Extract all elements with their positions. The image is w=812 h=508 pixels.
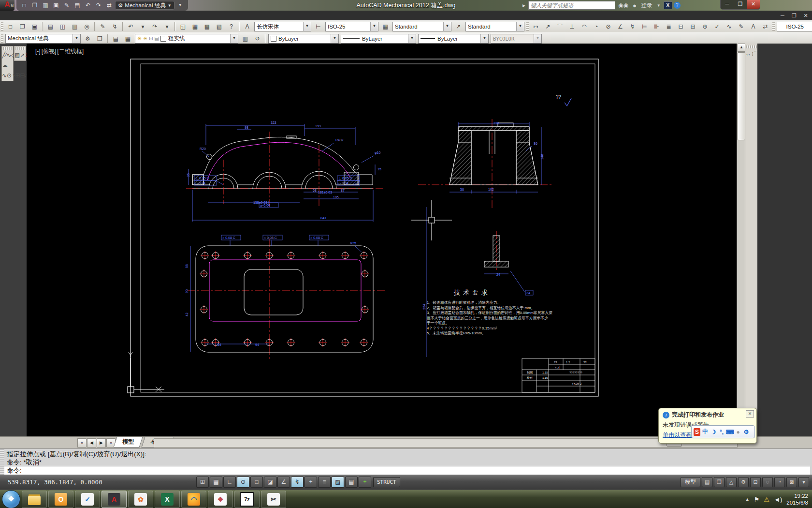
- modify-move-icon[interactable]: ↗: [20, 52, 25, 59]
- new-icon[interactable]: □: [5, 21, 16, 32]
- dim-break-icon[interactable]: ⊟: [675, 21, 686, 32]
- qnew-icon[interactable]: □: [19, 1, 29, 10]
- drawing-canvas[interactable]: 32398199R437R2035φ10156887105158±0.03181…: [27, 44, 737, 436]
- dim-textedit-icon[interactable]: A: [748, 21, 759, 32]
- dim-style-combo-right[interactable]: ISO-25▼: [777, 22, 812, 31]
- dyninput-toggle[interactable]: +: [304, 477, 317, 488]
- palette-icon[interactable]: ▧: [214, 21, 225, 32]
- dim-tolerance-icon[interactable]: ⊞: [687, 21, 698, 32]
- grid-toggle[interactable]: ▦: [210, 477, 222, 488]
- open-icon[interactable]: ❐: [17, 21, 28, 32]
- draw-polyline-icon[interactable]: ∿: [6, 52, 11, 59]
- taskbar-imageviewer[interactable]: ✿: [128, 491, 153, 508]
- vp-minus[interactable]: [-]: [35, 48, 41, 55]
- help-icon[interactable]: ?: [674, 2, 681, 9]
- osnap-toggle[interactable]: □: [250, 477, 263, 488]
- open-icon[interactable]: ❐: [30, 1, 40, 10]
- chevron-down-icon[interactable]: ▼: [655, 3, 662, 8]
- lineweight-toggle[interactable]: ≡: [318, 477, 331, 488]
- make-layer-current-icon[interactable]: ▥: [240, 33, 251, 44]
- action-center-icon[interactable]: ⚑: [754, 496, 760, 503]
- performance-icon[interactable]: ◔: [774, 477, 785, 487]
- taskbar-clock[interactable]: 19:22 2015/6/8: [786, 493, 808, 506]
- softkeyboard-icon[interactable]: ⌨: [726, 428, 733, 436]
- vertical-scrollbar[interactable]: ▲ ▼: [737, 44, 745, 436]
- calc-icon[interactable]: ▩: [202, 21, 213, 32]
- undo-drop-icon[interactable]: ▾: [137, 21, 148, 32]
- taskbar-outlook[interactable]: O: [48, 491, 73, 508]
- web-icon[interactable]: ◎: [81, 21, 92, 32]
- workspace-save-icon[interactable]: ❐: [94, 33, 105, 44]
- doc-minimize-button[interactable]: ─: [778, 11, 787, 20]
- status-menu-icon[interactable]: ▾: [798, 477, 809, 487]
- text-style-combo[interactable]: 长仿宋体▼: [254, 22, 311, 31]
- sheetset-icon[interactable]: ▥: [41, 1, 50, 10]
- table-icon[interactable]: ▦: [189, 21, 201, 32]
- taskbar-excel[interactable]: X: [155, 491, 180, 508]
- otrack-toggle[interactable]: ↯: [291, 477, 304, 488]
- volume-icon[interactable]: ◄): [774, 496, 782, 503]
- draw-make-block-icon[interactable]: ⊟: [20, 72, 25, 79]
- layer-lock-icon[interactable]: ⊡: [149, 36, 153, 41]
- sogou-icon[interactable]: S: [694, 428, 700, 436]
- dim-linear-icon[interactable]: ↦: [530, 21, 541, 32]
- mleader-style-icon[interactable]: ↗: [453, 21, 464, 32]
- publish-icon[interactable]: ▥: [69, 21, 80, 32]
- dim-center-icon[interactable]: ⊕: [699, 21, 710, 32]
- preview-icon[interactable]: ◫: [57, 21, 68, 32]
- scroll-up-icon[interactable]: ▲: [738, 44, 745, 52]
- saveas-icon[interactable]: ✎: [62, 1, 72, 10]
- infocenter-collapse-icon[interactable]: ▸: [521, 2, 527, 9]
- dim-style-combo[interactable]: ISO-25▼: [325, 22, 378, 31]
- matchprops-icon[interactable]: ⇄: [104, 1, 114, 10]
- ortho-toggle[interactable]: ∟: [223, 477, 236, 488]
- dim-quick-icon[interactable]: ↯: [627, 21, 638, 32]
- doc-close-button[interactable]: ✕: [801, 11, 810, 20]
- draw-spline-icon[interactable]: ∿: [2, 72, 7, 79]
- layer-on-icon[interactable]: ☀: [137, 36, 142, 41]
- transparency-toggle[interactable]: ▨: [332, 477, 344, 488]
- coordinates-readout[interactable]: 539.8317, 306.1847, 0.0000: [8, 478, 129, 486]
- text-style-icon[interactable]: A: [242, 21, 253, 32]
- chinese-mode-icon[interactable]: 中: [702, 428, 709, 436]
- draw-ellipse-icon[interactable]: ⊙: [7, 72, 12, 79]
- quickprops-toggle[interactable]: ▤: [345, 477, 358, 488]
- command-grip-handle[interactable]: [0, 449, 4, 475]
- snap-toggle[interactable]: ⊞: [196, 477, 209, 488]
- ime-user-icon[interactable]: ●: [735, 428, 741, 436]
- quickview-drawings-icon[interactable]: ❐: [714, 477, 725, 487]
- isolate-objects-icon[interactable]: ◌: [762, 477, 773, 487]
- save-icon[interactable]: ▣: [29, 21, 40, 32]
- modify-hatch-icon[interactable]: ▨: [14, 52, 20, 59]
- taskbar-checklist[interactable]: ✓: [75, 491, 100, 508]
- layer-previous-icon[interactable]: ↺: [252, 33, 263, 44]
- dim-power-icon[interactable]: ↔: [745, 50, 751, 57]
- layer-states-icon[interactable]: ▦: [122, 33, 133, 44]
- save-icon[interactable]: ▣: [51, 1, 61, 10]
- dim-check-icon[interactable]: ✓: [711, 21, 723, 32]
- vp-visualstyle[interactable]: [二维线框]: [57, 48, 84, 55]
- dim-radius-icon[interactable]: ◠: [579, 21, 590, 32]
- dynucs-toggle[interactable]: ∠: [277, 477, 290, 488]
- color-combo[interactable]: ByLayer▼: [268, 34, 339, 44]
- struct-button[interactable]: STRUCT: [373, 477, 400, 487]
- dim-ordinate-icon[interactable]: ⊥: [566, 21, 578, 32]
- etransmit-icon[interactable]: ↯: [109, 21, 120, 32]
- workspace-dropdown[interactable]: ⚙ Mechanical 经典 ▼: [115, 1, 174, 10]
- redo-drop-icon[interactable]: ▾: [161, 21, 173, 32]
- tab-prev[interactable]: ◀: [87, 438, 96, 448]
- selectioncycling-toggle[interactable]: +: [359, 477, 371, 488]
- layer-plot-icon[interactable]: ▤: [154, 36, 159, 41]
- network-warning-icon[interactable]: ⚠: [764, 496, 769, 503]
- tab-first[interactable]: «: [77, 438, 87, 448]
- start-button[interactable]: ❖: [2, 490, 20, 508]
- layer-freeze-icon[interactable]: ☀: [143, 36, 147, 41]
- taskbar-explorer[interactable]: [22, 491, 47, 508]
- fullmoon-icon[interactable]: ☽: [710, 428, 717, 436]
- cleanscreen-icon[interactable]: ⊠: [786, 477, 797, 487]
- table-style-combo[interactable]: Standard▼: [392, 22, 451, 31]
- dim-space-icon[interactable]: ≣: [663, 21, 674, 32]
- layer-properties-icon[interactable]: ▤: [110, 33, 121, 44]
- minimize-button[interactable]: ─: [721, 0, 734, 9]
- balloon-close-icon[interactable]: ✕: [746, 410, 754, 418]
